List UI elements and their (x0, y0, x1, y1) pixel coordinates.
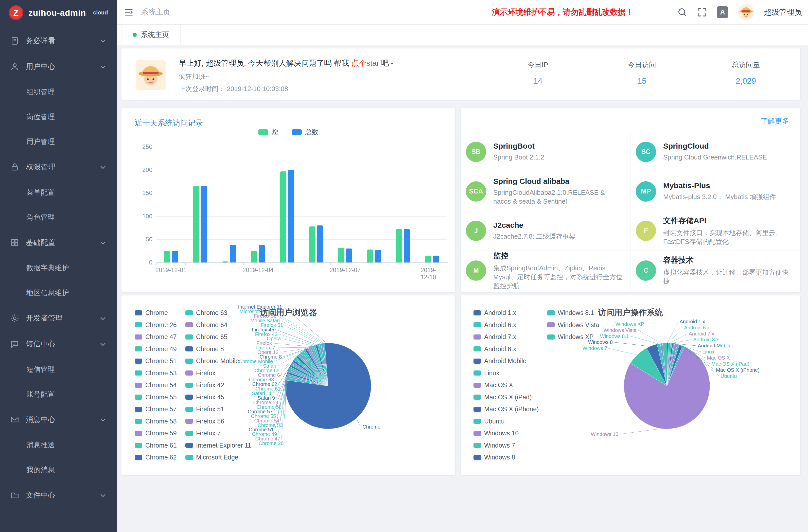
bar-总数[interactable] (317, 225, 323, 262)
sidebar-subitem[interactable]: 菜单配置 (0, 180, 117, 205)
sidebar-subitem[interactable]: 短信管理 (0, 357, 117, 382)
charts-row-2: 访问用户浏览器 ChromeChrome 26Chrome 47Chrome 4… (121, 295, 801, 475)
x-axis-label: 2019-12-01 (155, 267, 187, 274)
app-title: zuihou-admin (29, 8, 86, 18)
sidebar-subitem-label: 菜单配置 (26, 188, 55, 197)
sidebar-subitem[interactable]: 岗位管理 (0, 105, 117, 129)
hamburger-icon[interactable] (124, 7, 134, 17)
bar-您[interactable] (193, 186, 199, 262)
bar-您[interactable] (396, 229, 402, 262)
pie-slice-label: Windows Vista (604, 327, 637, 333)
tech-item-2[interactable]: SCASpring Cloud alibabaSpringCloudAlibab… (461, 172, 630, 211)
learn-more-link[interactable]: 了解更多 (760, 116, 789, 126)
legend-item-总数[interactable]: 总数 (292, 128, 318, 136)
greeting-title: 早上好, 超级管理员, 今天帮别人解决问题了吗 帮我 点个star 吧~ (179, 58, 393, 69)
chevron-down-icon (99, 63, 107, 70)
sidebar-item-6[interactable]: 消息中心 (0, 407, 117, 433)
axis-tick (157, 262, 157, 265)
os-pie-chart: Android 1.xAndroid 6.xAndroid 7.xAndroid… (461, 295, 800, 475)
pie-label-line (273, 343, 311, 346)
bar-总数[interactable] (172, 251, 178, 262)
bar-总数[interactable] (404, 229, 410, 262)
chevron-down-icon (99, 164, 107, 171)
bar-总数[interactable] (259, 245, 265, 262)
tech-badge-icon: C (636, 260, 656, 281)
sidebar-item-3[interactable]: 基础配置 (0, 230, 117, 256)
fullscreen-icon[interactable] (697, 7, 707, 17)
sidebar-item-5[interactable]: 短信中心 (0, 331, 117, 357)
sidebar-subitem-label: 短信管理 (26, 365, 55, 374)
tech-badge-icon: SCA (466, 181, 486, 202)
bar-总数[interactable] (201, 186, 207, 262)
pie-slice-label: Mac OS X (707, 355, 730, 361)
tech-item-6[interactable]: M监控集成SpringBootAdmin、Zipkin、Redis、Mysql、… (461, 251, 630, 290)
tech-item-0[interactable]: SBSpringBootSpring Boot 2.1.2 (461, 132, 630, 172)
sidebar-item-0[interactable]: 务必详看 (0, 28, 117, 54)
pie-label-line (356, 418, 361, 426)
sidebar-item-label: 消息中心 (26, 415, 55, 425)
tech-title: 容器技术 (663, 255, 792, 265)
star-link[interactable]: 点个star (351, 59, 379, 67)
x-axis-label: 2019-12-04 (242, 267, 274, 274)
pie-slice-label: Android 6.x (684, 325, 710, 330)
sidebar-subitem[interactable]: 用户管理 (0, 129, 117, 154)
sidebar-item-1[interactable]: 用户中心 (0, 54, 117, 80)
app-logo[interactable]: Z zuihou-admin cloud (0, 0, 117, 25)
search-icon[interactable] (677, 7, 687, 17)
axis-tick (360, 262, 360, 265)
stat-2: 总访问量2,029 (705, 60, 787, 86)
bar-您[interactable] (251, 251, 257, 262)
bar-总数[interactable] (433, 256, 439, 262)
legend-item-您[interactable]: 您 (258, 128, 278, 136)
pie-slice-label: Ubuntu (720, 373, 737, 379)
sidebar-subitem[interactable]: 消息推送 (0, 433, 117, 457)
sidebar-item-4[interactable]: 开发者管理 (0, 305, 117, 331)
visits-chart-legend: 您总数 (122, 128, 455, 136)
bar-您[interactable] (338, 248, 344, 262)
bar-您[interactable] (280, 171, 286, 262)
bar-总数[interactable] (288, 170, 294, 262)
bar-总数[interactable] (230, 245, 236, 262)
tech-item-7[interactable]: C容器技术虚拟化容器技术，让迁移、部署更加方便快捷 (630, 251, 800, 290)
tech-title: J2cache (493, 221, 576, 230)
font-size-icon[interactable]: A (717, 6, 728, 18)
sidebar-subitem[interactable]: 角色管理 (0, 205, 117, 230)
sidebar-subitem[interactable]: 地区信息维护 (0, 280, 117, 305)
y-axis-label: 150 (142, 189, 152, 197)
pie-slice-label: Windows 8 (588, 339, 613, 345)
bar-您[interactable] (425, 256, 431, 262)
tech-desc: Spring Cloud Greenwich.RELEASE (663, 153, 767, 162)
bar-您[interactable] (309, 226, 315, 262)
pie-label-line (276, 347, 309, 348)
sidebar-item-7[interactable]: 文件中心 (0, 482, 117, 508)
sidebar: Z zuihou-admin cloud 务必详看用户中心组织管理岗位管理用户管… (0, 0, 117, 532)
tech-title: SpringCloud (663, 142, 767, 150)
sidebar-subitem[interactable]: 账号配置 (0, 382, 117, 407)
tech-item-3[interactable]: MPMybatis-PlusMybatis-plus 3.2.0： Mybati… (630, 172, 800, 211)
pie-label-line (671, 340, 692, 343)
username-label[interactable]: 超级管理员 (764, 7, 802, 18)
breadcrumb[interactable]: 系统主页 (141, 7, 170, 17)
tech-item-5[interactable]: F文件存储API封装文件接口，实现本地存储、阿里云、FastDFS存储的配置化 (630, 211, 800, 251)
sidebar-subitem[interactable]: 数据字典维护 (0, 256, 117, 280)
bar-您[interactable] (222, 261, 228, 262)
sidebar-item-label: 务必详看 (26, 36, 55, 46)
tab-home[interactable]: 系统主页 (121, 24, 181, 45)
bar-总数[interactable] (346, 249, 352, 262)
pie-slice-label: Chrome (362, 424, 381, 429)
bar-您[interactable] (367, 250, 373, 262)
bar-您[interactable] (164, 251, 170, 262)
sidebar-item-2[interactable]: 权限管理 (0, 154, 117, 180)
avatar[interactable] (738, 4, 754, 20)
sidebar-subitem[interactable]: 我的消息 (0, 457, 117, 482)
bar-总数[interactable] (375, 250, 381, 262)
tech-badge-icon: F (636, 221, 656, 241)
tech-item-4[interactable]: JJ2cacheJ2cache2.7.8: 二级缓存框架 (461, 211, 630, 251)
chevron-down-icon (99, 315, 107, 322)
browser-pie-card: 访问用户浏览器 ChromeChrome 26Chrome 47Chrome 4… (121, 295, 456, 475)
tech-item-1[interactable]: SCSpringCloudSpring Cloud Greenwich.RELE… (630, 132, 800, 172)
axis-tick (273, 262, 273, 265)
sidebar-subitem[interactable]: 组织管理 (0, 80, 117, 105)
demo-warning-text: 演示环境维护不易，请勿乱删乱改数据！ (492, 7, 633, 18)
pie-slice-label: Linux (702, 349, 714, 354)
